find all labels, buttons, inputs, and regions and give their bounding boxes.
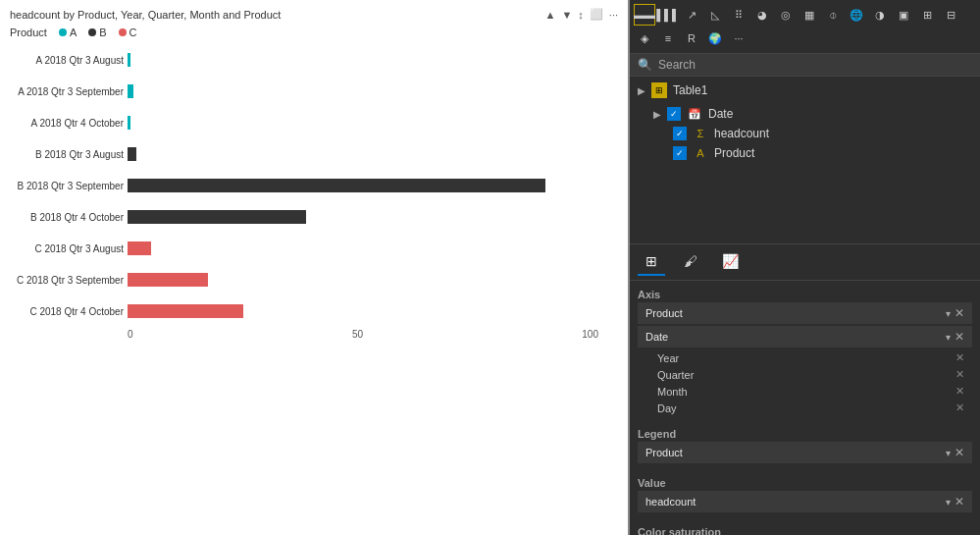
product-checkbox[interactable] (673, 146, 687, 160)
axis-date-tag[interactable]: Date ▾ ✕ (638, 326, 972, 348)
sub-item-quarter[interactable]: Quarter ✕ (638, 366, 972, 383)
pie-chart-icon[interactable]: ◕ (751, 4, 773, 26)
bar-track (128, 116, 598, 130)
sub-quarter-remove[interactable]: ✕ (955, 368, 964, 381)
bar-track (128, 210, 598, 224)
x-tick: 50 (352, 329, 363, 340)
bar-fill[interactable] (128, 304, 243, 318)
field-item-product[interactable]: A Product (630, 143, 980, 163)
bar-fill[interactable] (128, 241, 151, 255)
area-chart-icon[interactable]: ◺ (704, 4, 726, 26)
bar-label: C 2018 Qtr 4 October (8, 306, 124, 317)
scatter-icon[interactable]: ⠿ (728, 4, 749, 26)
sort-both-icon[interactable]: ↕ (578, 9, 584, 21)
map-icon[interactable]: 🌐 (846, 4, 867, 26)
bar-label: A 2018 Qtr 3 August (8, 55, 124, 66)
legend-product-tag[interactable]: Product ▾ ✕ (638, 442, 972, 463)
more-viz-icon[interactable]: ··· (728, 27, 749, 49)
value-headcount-tag-left: headcount (645, 496, 696, 508)
sub-year-remove[interactable]: ✕ (955, 351, 964, 364)
table-header[interactable]: ▶ ⊞ Table1 (630, 77, 980, 104)
matrix-icon[interactable]: ⊟ (940, 4, 961, 26)
funnel-icon[interactable]: ⌽ (822, 4, 844, 26)
axis-product-tag[interactable]: Product ▾ ✕ (638, 302, 972, 324)
table-viz-icon[interactable]: ⊞ (916, 4, 938, 26)
bar-fill[interactable] (128, 210, 306, 224)
value-headcount-tag[interactable]: headcount ▾ ✕ (638, 491, 972, 512)
bar-chart-icon[interactable]: ▬▬ (634, 4, 655, 26)
date-checkbox[interactable] (667, 107, 681, 121)
bar-label: B 2018 Qtr 3 August (8, 149, 124, 160)
column-chart-icon[interactable]: ▌▌▌ (657, 4, 679, 26)
field-item-date[interactable]: ▶ 📅 Date (630, 104, 980, 124)
legend-text-a: A (70, 27, 77, 38)
expand-table-icon: ▶ (638, 85, 645, 96)
legend-dot-a (59, 28, 67, 36)
expand-icon[interactable]: ⬜ (590, 8, 603, 21)
more-options-icon[interactable]: ··· (609, 9, 618, 21)
kpi-icon[interactable]: ◈ (634, 27, 655, 49)
bar-fill[interactable] (128, 116, 130, 130)
line-chart-icon[interactable]: ↗ (681, 4, 702, 26)
value-section: Value headcount ▾ ✕ (630, 469, 980, 518)
gauge-icon[interactable]: ◑ (869, 4, 891, 26)
bar-track (128, 304, 598, 318)
bar-label: C 2018 Qtr 3 September (8, 275, 124, 286)
analytics-tab[interactable]: 📈 (716, 248, 744, 276)
viz-toolbar: ▬▬▌▌▌↗◺⠿◕◎▦⌽🌐◑▣⊞⊟◈≡R🌍··· (630, 0, 980, 54)
bar-row: B 2018 Qtr 3 September (128, 170, 598, 201)
donut-icon[interactable]: ◎ (775, 4, 797, 26)
sub-day-remove[interactable]: ✕ (955, 401, 964, 414)
headcount-field-label: headcount (714, 127, 769, 140)
slicer-icon[interactable]: ≡ (657, 27, 679, 49)
legend-product-tag-left: Product (645, 447, 683, 458)
chart-title: headcount by Product, Year, Quarter, Mon… (10, 9, 281, 21)
bar-fill[interactable] (128, 179, 545, 192)
bar-chart: A 2018 Qtr 3 AugustA 2018 Qtr 3 Septembe… (10, 44, 618, 327)
legend-product-remove[interactable]: ✕ (954, 446, 964, 459)
r-icon[interactable]: R (681, 27, 702, 49)
search-icon: 🔍 (638, 58, 652, 72)
headcount-checkbox[interactable] (673, 127, 687, 140)
bar-fill[interactable] (128, 273, 208, 287)
axis-label: Axis (638, 285, 972, 302)
value-headcount-remove[interactable]: ✕ (954, 495, 964, 508)
chart-area: headcount by Product, Year, Quarter, Mon… (0, 0, 628, 535)
bar-row: C 2018 Qtr 3 September (128, 264, 598, 295)
value-section-label: Value (638, 473, 972, 491)
bar-track (128, 241, 598, 255)
sub-item-day[interactable]: Day ✕ (638, 400, 972, 416)
bar-fill[interactable] (128, 84, 133, 98)
sub-item-month[interactable]: Month ✕ (638, 383, 972, 400)
format-tab[interactable]: 🖌 (677, 248, 704, 276)
treemap-icon[interactable]: ▦ (799, 4, 820, 26)
bar-row: B 2018 Qtr 3 August (128, 138, 598, 170)
field-item-headcount[interactable]: Σ headcount (630, 124, 980, 143)
sort-desc-icon[interactable]: ▼ (561, 9, 572, 21)
bar-row: A 2018 Qtr 3 September (128, 76, 598, 107)
table-icon: ⊞ (651, 82, 667, 98)
axis-date-remove[interactable]: ✕ (954, 330, 964, 344)
card-icon[interactable]: ▣ (893, 4, 914, 26)
bar-row: B 2018 Qtr 4 October (128, 201, 598, 233)
fields-tab[interactable]: ⊞ (638, 248, 665, 276)
sub-month-remove[interactable]: ✕ (955, 385, 964, 398)
axis-product-tag-left: Product (645, 307, 683, 319)
globe-icon[interactable]: 🌍 (704, 27, 726, 49)
legend-text-c: C (129, 27, 137, 38)
sort-asc-icon[interactable]: ▲ (545, 9, 556, 21)
search-input[interactable] (658, 58, 972, 72)
bar-fill[interactable] (128, 147, 136, 161)
legend-row: Product A B C (0, 25, 628, 44)
sub-item-year[interactable]: Year ✕ (638, 349, 972, 366)
bottom-panel: ⊞ 🖌 📈 Axis Product ▾ ✕ (630, 243, 980, 535)
axis-product-remove[interactable]: ✕ (954, 306, 964, 320)
axis-product-name: Product (645, 307, 683, 319)
bar-track (128, 53, 598, 67)
legend-item-c: C (119, 27, 137, 38)
date-icon: 📅 (687, 108, 702, 121)
sub-year-label: Year (657, 352, 679, 364)
bar-fill[interactable] (128, 53, 130, 67)
product-icon: A (693, 147, 708, 159)
tab-icons-row: ⊞ 🖌 📈 (630, 244, 980, 281)
